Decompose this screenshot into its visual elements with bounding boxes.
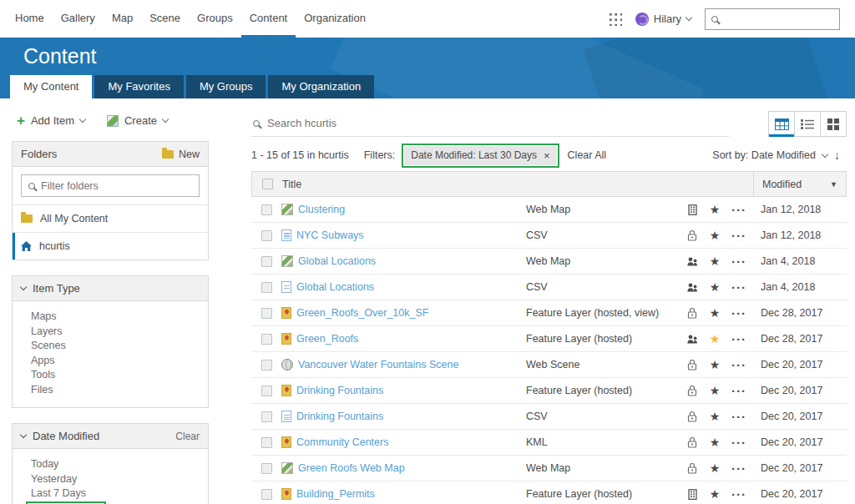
- item-title-link[interactable]: Global Locations: [296, 281, 374, 293]
- sharing-status: [680, 204, 704, 215]
- row-checkbox[interactable]: [261, 360, 272, 370]
- row-checkbox[interactable]: [261, 308, 272, 319]
- item-title-link[interactable]: Green_Roofs: [296, 333, 358, 345]
- item-title-link[interactable]: Green Roofs Web Map: [298, 462, 405, 474]
- row-checkbox[interactable]: [261, 437, 272, 448]
- favorite-star-icon[interactable]: ★: [710, 461, 721, 475]
- more-options-icon[interactable]: ···: [731, 203, 746, 217]
- add-item-button[interactable]: + Add Item: [17, 113, 85, 128]
- item-title-link[interactable]: Building_Permits: [296, 488, 375, 500]
- sort-label[interactable]: Sort by: Date Modified: [712, 149, 816, 161]
- date-filter-today[interactable]: Today: [31, 457, 208, 472]
- row-checkbox[interactable]: [261, 489, 272, 500]
- list-view-button[interactable]: [794, 111, 821, 137]
- select-all-checkbox[interactable]: [262, 179, 273, 189]
- date-filter-last-30-days[interactable]: •Last 30 Days: [31, 501, 208, 504]
- folder-item-all-my-content[interactable]: All My Content: [13, 204, 208, 232]
- row-checkbox[interactable]: [261, 463, 272, 474]
- nav-item-scene[interactable]: Scene: [141, 0, 189, 38]
- tab-my-content[interactable]: My Content: [10, 75, 92, 98]
- date-modified-header[interactable]: Date Modified Clear: [13, 424, 208, 449]
- tab-my-groups[interactable]: My Groups: [186, 75, 266, 98]
- more-options-icon[interactable]: ···: [731, 306, 746, 320]
- item-type-label: Web Map: [526, 255, 680, 267]
- tab-my-organization[interactable]: My Organization: [268, 75, 374, 98]
- column-modified[interactable]: Modified ▼: [753, 172, 846, 196]
- row-checkbox[interactable]: [261, 386, 272, 396]
- new-folder-button[interactable]: New: [162, 149, 200, 160]
- home-icon: [21, 241, 32, 251]
- nav-item-home[interactable]: Home: [7, 0, 53, 38]
- row-checkbox[interactable]: [261, 230, 272, 241]
- item-title-link[interactable]: Drinking Fountains: [296, 411, 383, 422]
- favorite-star-icon[interactable]: ★: [710, 487, 721, 501]
- more-options-icon[interactable]: ···: [731, 332, 746, 346]
- more-options-icon[interactable]: ···: [731, 384, 746, 398]
- sharing-status: [680, 385, 704, 396]
- favorite-star-icon[interactable]: ★: [710, 203, 721, 216]
- item-type-filter-files[interactable]: Files: [31, 383, 208, 398]
- row-checkbox[interactable]: [261, 256, 272, 267]
- nav-item-content[interactable]: Content: [241, 0, 296, 38]
- favorite-star-icon[interactable]: ★: [710, 229, 721, 242]
- nav-item-organization[interactable]: Organization: [296, 0, 374, 38]
- row-checkbox[interactable]: [261, 282, 272, 293]
- global-search-input[interactable]: [723, 13, 833, 25]
- item-title-link[interactable]: Green_Roofs_Over_10k_SF: [296, 307, 428, 319]
- app-launcher-icon[interactable]: [608, 12, 622, 26]
- nav-item-gallery[interactable]: Gallery: [53, 0, 104, 38]
- favorite-star-icon[interactable]: ★: [710, 306, 721, 320]
- clear-date-filter-link[interactable]: Clear: [175, 431, 200, 442]
- remove-filter-icon[interactable]: ×: [544, 149, 550, 162]
- create-button[interactable]: Create: [107, 114, 168, 127]
- favorite-star-icon[interactable]: ★: [710, 384, 721, 397]
- item-title-link[interactable]: Drinking Fountains: [296, 385, 383, 396]
- item-type-header[interactable]: Item Type: [13, 276, 208, 301]
- item-type-filter-scenes[interactable]: Scenes: [31, 339, 208, 354]
- row-checkbox[interactable]: [261, 411, 272, 422]
- search-icon: [711, 16, 718, 23]
- tab-my-favorites[interactable]: My Favorites: [94, 75, 183, 98]
- more-options-icon[interactable]: ···: [731, 255, 746, 269]
- more-options-icon[interactable]: ···: [731, 358, 746, 372]
- table-view-button[interactable]: [768, 111, 795, 137]
- sort-direction-icon[interactable]: ↓: [834, 149, 840, 162]
- sharing-status: [680, 229, 704, 241]
- more-options-icon[interactable]: ···: [731, 280, 746, 295]
- favorite-star-icon[interactable]: ★: [710, 436, 721, 449]
- item-title-link[interactable]: NYC Subways: [296, 229, 364, 241]
- item-type-filter-layers[interactable]: Layers: [31, 325, 208, 340]
- more-options-icon[interactable]: ···: [731, 410, 746, 424]
- favorite-star-icon[interactable]: ★: [710, 255, 721, 268]
- content-search-input[interactable]: [267, 117, 729, 129]
- global-search: [705, 8, 840, 30]
- more-options-icon[interactable]: ···: [731, 229, 746, 243]
- item-title-link[interactable]: Global Locations: [298, 255, 376, 267]
- nav-item-map[interactable]: Map: [104, 0, 141, 38]
- item-type-label: Web Scene: [526, 359, 680, 370]
- date-filter-last-7-days[interactable]: Last 7 Days: [31, 486, 208, 501]
- more-options-icon[interactable]: ···: [731, 487, 746, 501]
- favorite-star-icon[interactable]: ★: [710, 280, 721, 294]
- favorite-star-icon[interactable]: ★: [710, 332, 721, 345]
- clear-all-link[interactable]: Clear All: [568, 149, 607, 161]
- row-checkbox[interactable]: [261, 334, 272, 345]
- item-type-filter-maps[interactable]: Maps: [31, 310, 208, 325]
- item-type-filter-tools[interactable]: Tools: [31, 368, 208, 383]
- more-options-icon[interactable]: ···: [731, 436, 746, 450]
- folder-item-hcurtis[interactable]: hcurtis: [13, 232, 208, 260]
- more-options-icon[interactable]: ···: [731, 461, 746, 476]
- date-modified-filter-chip[interactable]: Date Modified: Last 30 Days ×: [404, 146, 556, 165]
- nav-item-groups[interactable]: Groups: [189, 0, 241, 38]
- item-title-link[interactable]: Clustering: [298, 204, 345, 215]
- favorite-star-icon[interactable]: ★: [710, 410, 721, 423]
- user-menu[interactable]: Hilary: [635, 13, 691, 26]
- grid-view-button[interactable]: [820, 111, 847, 137]
- item-title-link[interactable]: Community Centers: [296, 436, 388, 448]
- date-filter-yesterday[interactable]: Yesterday: [31, 472, 208, 487]
- item-type-filter-apps[interactable]: Apps: [31, 354, 208, 369]
- item-title-link[interactable]: Vancouver Water Fountains Scene: [298, 359, 458, 370]
- filter-folders-input[interactable]: [41, 180, 192, 192]
- favorite-star-icon[interactable]: ★: [710, 358, 721, 371]
- row-checkbox[interactable]: [261, 204, 272, 215]
